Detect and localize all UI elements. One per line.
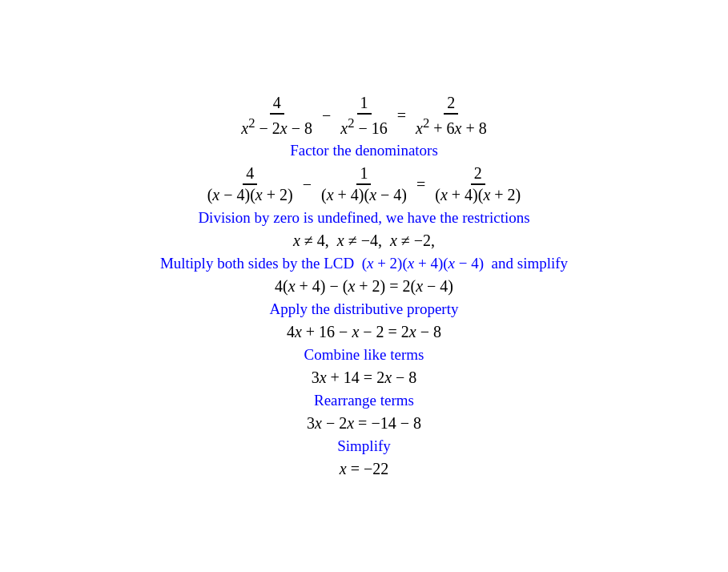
- minus-op-2: −: [303, 175, 312, 194]
- fraction-2-denominator: x2 − 16: [337, 115, 391, 138]
- equals-op-1: =: [397, 107, 406, 125]
- label-distributive: Apply the distributive property: [270, 300, 459, 318]
- fraction-3-numerator: 2: [444, 94, 458, 115]
- fraction-1-denominator: x2 − 2x − 8: [238, 115, 316, 138]
- equation-line-1: 4 x2 − 2x − 8 − 1 x2 − 16 = 2 x2 + 6x + …: [236, 94, 491, 138]
- fraction-3-denominator: x2 + 6x + 8: [412, 115, 490, 138]
- label-lcd: Multiply both sides by the LCD (x + 2)(x…: [160, 255, 568, 272]
- fraction-5: 1 (x + 4)(x − 4): [318, 164, 410, 204]
- fraction-6-denominator: (x + 4)(x + 2): [432, 185, 524, 204]
- fraction-5-numerator: 1: [356, 164, 371, 185]
- label-division-zero: Division by zero is undefined, we have t…: [198, 209, 529, 227]
- label-rearrange: Rearrange terms: [314, 392, 414, 409]
- label-simplify: Simplify: [337, 437, 391, 455]
- fraction-6-numerator: 2: [471, 164, 485, 185]
- math-solution: 4 x2 − 2x − 8 − 1 x2 − 16 = 2 x2 + 6x + …: [0, 76, 728, 497]
- equation-distributed: 4x + 16 − x − 2 = 2x − 8: [287, 323, 441, 341]
- minus-op-1: −: [322, 107, 331, 125]
- equals-op-2: =: [416, 175, 425, 194]
- fraction-4-denominator: (x − 4)(x + 2): [204, 185, 296, 204]
- fraction-1: 4 x2 − 2x − 8: [238, 94, 316, 138]
- fraction-5-denominator: (x + 4)(x − 4): [318, 185, 410, 204]
- fraction-4: 4 (x − 4)(x + 2): [204, 164, 296, 204]
- equation-expanded-1: 4(x + 4) − (x + 2) = 2(x − 4): [275, 277, 453, 296]
- fraction-4-numerator: 4: [243, 164, 257, 185]
- equation-combined: 3x + 14 = 2x − 8: [312, 369, 417, 387]
- fraction-3: 2 x2 + 6x + 8: [412, 94, 490, 138]
- equation-rearranged: 3x − 2x = −14 − 8: [307, 414, 421, 433]
- fraction-2-numerator: 1: [357, 94, 372, 115]
- fraction-2: 1 x2 − 16: [337, 94, 391, 138]
- restrictions-equation: x ≠ 4, x ≠ −4, x ≠ −2,: [293, 232, 435, 250]
- fraction-6: 2 (x + 4)(x + 2): [432, 164, 524, 204]
- fraction-1-numerator: 4: [270, 94, 284, 115]
- equation-final: x = −22: [340, 460, 388, 478]
- label-combine-terms: Combine like terms: [304, 346, 424, 364]
- equation-line-2: 4 (x − 4)(x + 2) − 1 (x + 4)(x − 4) = 2 …: [203, 164, 526, 204]
- label-factor-denominators: Factor the denominators: [290, 142, 438, 159]
